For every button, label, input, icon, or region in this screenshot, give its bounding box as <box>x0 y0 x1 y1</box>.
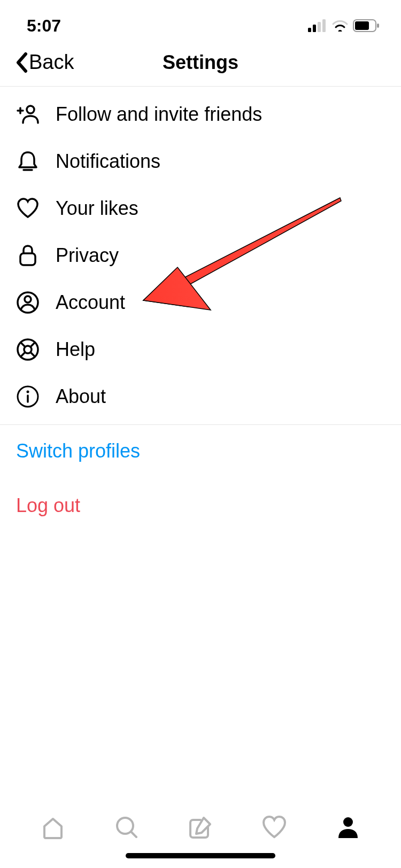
svg-rect-0 <box>308 28 311 32</box>
settings-item-account[interactable]: Account <box>0 279 401 326</box>
header-title: Settings <box>163 51 238 74</box>
home-icon <box>40 815 66 840</box>
settings-item-privacy[interactable]: Privacy <box>0 232 401 279</box>
add-person-icon <box>16 103 40 126</box>
settings-list: Follow and invite friends Notifications … <box>0 87 401 532</box>
battery-icon <box>353 19 380 32</box>
settings-label: Notifications <box>56 150 160 173</box>
lifebuoy-icon <box>16 338 40 361</box>
compose-icon <box>188 815 213 840</box>
svg-rect-5 <box>355 21 369 30</box>
person-circle-icon <box>16 291 40 314</box>
svg-rect-3 <box>322 19 326 32</box>
status-icons <box>308 19 380 32</box>
nav-home[interactable] <box>38 812 68 842</box>
person-filled-icon <box>335 815 361 840</box>
svg-rect-1 <box>313 25 316 32</box>
bell-icon <box>16 150 40 173</box>
svg-point-7 <box>27 106 34 113</box>
settings-label: About <box>56 385 106 408</box>
nav-search[interactable] <box>112 812 142 842</box>
lock-icon <box>16 244 40 267</box>
switch-profiles-link[interactable]: Switch profiles <box>0 425 401 477</box>
nav-compose[interactable] <box>186 812 215 842</box>
svg-rect-6 <box>377 24 379 28</box>
search-icon <box>114 815 140 840</box>
signal-icon <box>308 19 327 32</box>
chevron-left-icon <box>15 52 28 73</box>
settings-label: Account <box>56 291 125 314</box>
heart-icon <box>16 197 40 220</box>
svg-point-16 <box>343 817 353 827</box>
settings-label: Your likes <box>56 197 138 220</box>
settings-label: Help <box>56 338 95 361</box>
status-time: 5:07 <box>27 16 61 36</box>
svg-rect-8 <box>20 253 35 265</box>
header: Back Settings <box>0 38 401 87</box>
svg-point-10 <box>25 296 31 303</box>
settings-item-follow-invite[interactable]: Follow and invite friends <box>0 91 401 138</box>
status-bar: 5:07 <box>0 0 401 38</box>
heart-outline-icon <box>261 815 287 840</box>
svg-rect-2 <box>318 22 321 32</box>
back-button[interactable]: Back <box>15 51 74 74</box>
nav-activity[interactable] <box>259 812 289 842</box>
settings-label: Follow and invite friends <box>56 103 262 126</box>
settings-item-your-likes[interactable]: Your likes <box>0 185 401 232</box>
back-label: Back <box>29 51 74 74</box>
svg-point-12 <box>24 346 32 353</box>
home-indicator <box>126 853 275 858</box>
log-out-link[interactable]: Log out <box>0 477 401 532</box>
settings-item-help[interactable]: Help <box>0 326 401 373</box>
wifi-icon <box>331 19 349 32</box>
settings-label: Privacy <box>56 244 119 267</box>
svg-point-14 <box>27 391 29 393</box>
settings-item-about[interactable]: About <box>0 373 401 420</box>
nav-profile[interactable] <box>333 812 363 842</box>
settings-item-notifications[interactable]: Notifications <box>0 138 401 185</box>
info-icon <box>16 385 40 408</box>
